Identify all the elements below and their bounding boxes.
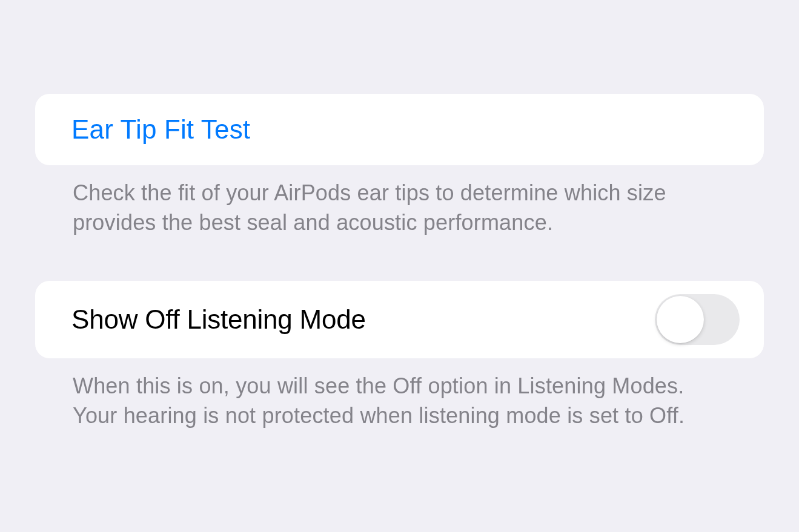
toggle-knob <box>657 296 704 343</box>
ear-tip-fit-test-label: Ear Tip Fit Test <box>71 114 250 145</box>
show-off-listening-mode-cell: Show Off Listening Mode <box>35 281 764 358</box>
show-off-listening-mode-label: Show Off Listening Mode <box>71 304 366 335</box>
ear-tip-fit-test-cell[interactable]: Ear Tip Fit Test <box>35 94 764 165</box>
ear-tip-fit-test-footer: Check the fit of your AirPods ear tips t… <box>35 165 764 237</box>
show-off-listening-mode-footer: When this is on, you will see the Off op… <box>35 358 764 430</box>
show-off-listening-mode-toggle[interactable] <box>655 294 740 345</box>
